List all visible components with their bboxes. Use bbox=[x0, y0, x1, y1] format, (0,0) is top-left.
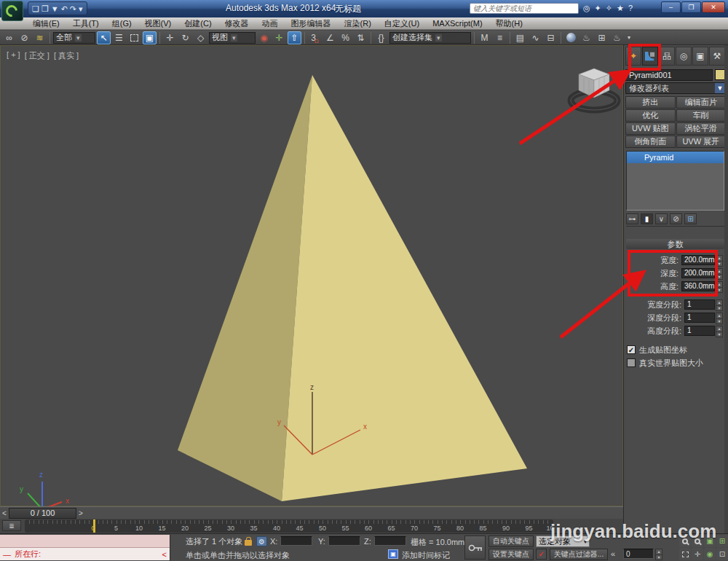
make-unique-icon[interactable]: ∨ bbox=[655, 213, 668, 224]
use-pivot-point-button[interactable]: ◉ bbox=[257, 31, 271, 44]
modifier-button-optimize[interactable]: 优化 bbox=[625, 109, 676, 122]
viewport-pov-menu[interactable]: [ 正交 ] bbox=[25, 50, 50, 61]
menu-edit[interactable]: 编辑(E) bbox=[26, 17, 66, 29]
window-crossing-toggle[interactable]: ▣ bbox=[143, 31, 157, 44]
named-selection-sets-dropdown[interactable]: 创建选择集 bbox=[389, 32, 471, 44]
depth-segs-field[interactable]: 1 bbox=[684, 313, 715, 323]
listener-line[interactable]: — 所在行: < bbox=[0, 548, 170, 560]
menu-customize[interactable]: 自定义(U) bbox=[378, 17, 426, 29]
open-file-icon[interactable]: ❒ bbox=[41, 2, 49, 15]
angle-snap-toggle[interactable]: ∠ bbox=[323, 31, 337, 44]
next-frame-button[interactable]: > bbox=[76, 508, 85, 519]
real-world-map-size-checkbox[interactable] bbox=[627, 358, 636, 367]
tab-motion[interactable]: ◎ bbox=[676, 47, 692, 66]
render-production-button[interactable]: ♨ bbox=[610, 31, 624, 44]
configure-modifier-sets-icon[interactable]: ⊞ bbox=[684, 213, 697, 224]
stack-item-pyramid[interactable]: Pyramid bbox=[627, 152, 724, 163]
modifier-button-edit-patch[interactable]: 编辑面片 bbox=[676, 96, 727, 109]
minimize-button[interactable]: – bbox=[661, 1, 681, 13]
menu-views[interactable]: 视图(V) bbox=[138, 17, 178, 29]
current-frame-field[interactable] bbox=[623, 549, 654, 559]
select-object-button[interactable]: ↖ bbox=[97, 31, 111, 44]
tab-hierarchy[interactable]: 品 bbox=[659, 47, 675, 66]
absolute-mode-toggle-icon[interactable]: ⚙ bbox=[256, 536, 267, 546]
frame-spinner[interactable] bbox=[655, 549, 662, 559]
snap-toggle-3d[interactable]: 3Ω bbox=[308, 31, 322, 44]
open-mini-curve-editor-button[interactable]: ≣ bbox=[2, 520, 21, 531]
modifier-button-bevel-profile[interactable]: 倒角剖面 bbox=[625, 136, 676, 148]
qa-dropdown-icon[interactable]: ▾ bbox=[79, 2, 83, 15]
height-segs-field[interactable]: 1 bbox=[684, 326, 715, 336]
modifier-button-uvw-map[interactable]: UVW 贴图 bbox=[625, 122, 676, 135]
menu-create[interactable]: 创建(C) bbox=[178, 17, 218, 29]
select-and-scale-button[interactable]: ◇ bbox=[194, 31, 207, 44]
key-filters-button[interactable]: 关键点过滤器... bbox=[550, 549, 608, 560]
selection-filter-dropdown[interactable]: 全部 bbox=[53, 32, 95, 44]
menu-help[interactable]: 帮助(H) bbox=[489, 17, 529, 29]
object-color-swatch[interactable] bbox=[715, 69, 726, 80]
selection-region-button[interactable] bbox=[127, 31, 141, 44]
search-input[interactable] bbox=[470, 3, 579, 14]
show-end-result-icon[interactable]: ▮ bbox=[641, 213, 653, 224]
modifier-button-unwrap-uvw[interactable]: UVW 展开 bbox=[676, 136, 727, 148]
favorites-icon[interactable]: ★ bbox=[617, 2, 624, 14]
menu-rendering[interactable]: 渲染(R) bbox=[338, 17, 378, 29]
render-flyout-arrow-icon[interactable]: ▾ bbox=[625, 31, 633, 44]
viewport-shading-menu[interactable]: [ 真实 ] bbox=[54, 50, 79, 61]
schematic-view-button[interactable]: ⊟ bbox=[544, 31, 558, 44]
mirror-button[interactable]: M bbox=[478, 31, 491, 44]
menu-tools[interactable]: 工具(T) bbox=[66, 17, 106, 29]
close-button[interactable]: ✕ bbox=[702, 1, 725, 13]
macro-recorder-line[interactable] bbox=[0, 535, 170, 548]
redo-icon[interactable]: ↷ bbox=[70, 2, 76, 15]
unlink-selection-icon[interactable]: ⊘ bbox=[17, 31, 31, 44]
height-segs-spinner[interactable] bbox=[716, 326, 723, 336]
layer-manager-button[interactable]: ▤ bbox=[513, 31, 527, 44]
modifier-button-lathe[interactable]: 车削 bbox=[676, 109, 727, 122]
help-icon[interactable]: ? bbox=[628, 2, 633, 14]
perspective-viewport[interactable]: z y x z y x [ + ] [ 正交 ] [ 真 bbox=[0, 45, 623, 506]
select-and-link-icon[interactable]: ∞ bbox=[2, 31, 16, 44]
menu-maxscript[interactable]: MAXScript(M) bbox=[426, 17, 488, 29]
time-slider[interactable]: 0 / 100 bbox=[9, 508, 76, 519]
maximize-viewport-icon[interactable]: ⊡ bbox=[716, 548, 728, 560]
zoom-region-icon[interactable] bbox=[679, 548, 691, 560]
edit-named-selection-sets-button[interactable]: {} bbox=[374, 31, 388, 44]
bind-to-spacewarp-icon[interactable]: ≋ bbox=[33, 31, 47, 44]
toggle-auto-key-button[interactable] bbox=[464, 536, 486, 560]
maximize-button[interactable]: ❐ bbox=[681, 1, 701, 13]
modifier-stack[interactable]: Pyramid bbox=[626, 151, 724, 211]
set-keys-icon[interactable]: ✓ bbox=[536, 549, 547, 560]
communication-center-icon[interactable]: ✧ bbox=[606, 2, 612, 14]
go-to-start-button[interactable]: « bbox=[611, 549, 615, 558]
select-by-name-button[interactable]: ☰ bbox=[112, 31, 126, 44]
orbit-icon[interactable]: ◉ bbox=[704, 548, 716, 560]
material-editor-button[interactable] bbox=[564, 31, 578, 44]
auto-key-button[interactable]: 自动关键点 bbox=[488, 536, 534, 547]
view-cube[interactable] bbox=[561, 57, 627, 115]
subscription-icon[interactable]: ✦ bbox=[595, 2, 601, 14]
undo-icon[interactable]: ↶ bbox=[61, 2, 68, 15]
modifier-list-dropdown[interactable]: 修改器列表 ▼ bbox=[625, 82, 726, 94]
keyboard-shortcut-override-toggle[interactable]: ⇧ bbox=[288, 31, 301, 44]
current-frame-marker[interactable] bbox=[93, 519, 95, 533]
new-file-icon[interactable]: ❏ bbox=[32, 2, 39, 15]
reference-coordinate-dropdown[interactable]: 视图 bbox=[209, 32, 256, 44]
render-setup-button[interactable]: ♨ bbox=[579, 31, 593, 44]
tab-utilities[interactable]: ⚒ bbox=[709, 47, 725, 66]
menu-group[interactable]: 组(G) bbox=[106, 17, 138, 29]
coord-y-field[interactable] bbox=[328, 536, 360, 546]
coord-z-field[interactable] bbox=[374, 536, 406, 546]
menu-animation[interactable]: 动画 bbox=[256, 17, 285, 29]
remove-modifier-icon[interactable]: ⊘ bbox=[670, 213, 682, 224]
modifier-button-turbosmooth[interactable]: 涡轮平滑 bbox=[676, 122, 727, 135]
spinner-snap-toggle[interactable]: ⇅ bbox=[354, 31, 368, 44]
align-button[interactable]: ≡ bbox=[493, 31, 507, 44]
parameters-rollout-header[interactable]: 参数 bbox=[626, 239, 724, 249]
set-key-button[interactable]: 设置关键点 bbox=[488, 549, 534, 560]
depth-segs-spinner[interactable] bbox=[716, 313, 723, 323]
select-and-manipulate-button[interactable]: ✛ bbox=[272, 31, 286, 44]
isolate-selection-icon[interactable]: ▣ bbox=[388, 549, 398, 559]
select-and-move-button[interactable]: ✛ bbox=[163, 31, 177, 44]
tab-display[interactable]: ▣ bbox=[692, 47, 708, 66]
